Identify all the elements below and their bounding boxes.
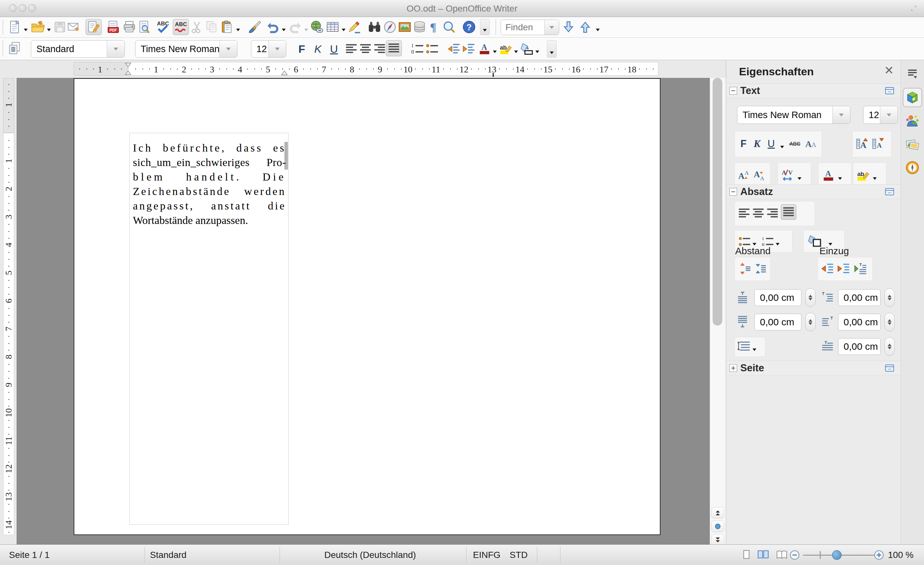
chevron-down-icon[interactable] [832,106,850,124]
view-multi-page-icon[interactable] [757,549,770,563]
paste-button[interactable] [219,19,235,35]
bullet-list-dropdown[interactable] [753,243,756,247]
find-toolbar-drag-handle[interactable] [495,19,498,34]
align-justify-button[interactable] [386,40,402,56]
underline-button[interactable]: U [326,41,342,57]
highlight-button[interactable]: ab [855,168,871,183]
bullet-list-button[interactable] [424,41,441,57]
chevron-down-icon[interactable] [544,20,559,35]
indent-before-stepper[interactable] [884,288,895,307]
open-button[interactable] [30,19,46,35]
find-previous-button[interactable] [577,19,593,35]
zoom-in-icon[interactable] [873,549,885,562]
italic-button[interactable]: K [749,136,765,151]
chevron-down-icon[interactable] [107,40,124,57]
insert-table-dropdown[interactable] [342,28,345,33]
grow-font-button[interactable]: A [855,136,870,151]
indent-after-field[interactable]: 0,00 cm [838,314,880,330]
export-pdf-button[interactable]: PDF [105,19,121,35]
font-color-button[interactable]: A [477,41,493,57]
tab-styles[interactable] [903,112,922,131]
gallery-button[interactable] [397,19,413,35]
find-toolbar-overflow[interactable] [596,28,600,33]
close-icon[interactable]: ✕ [882,64,896,77]
italic-button[interactable]: K [310,41,326,57]
document-page[interactable]: Ich befürchte, dass essich_um_ein_schwie… [74,78,660,535]
first-line-indent-stepper[interactable] [884,337,895,356]
highlight-button[interactable]: ab [498,41,514,57]
font-size-combo[interactable]: 12 [251,40,286,58]
zoom-level[interactable]: 100 % [888,550,914,560]
collapse-icon[interactable] [729,188,737,196]
email-document-button[interactable] [66,19,82,35]
indent-button[interactable] [461,41,477,57]
font-color-button[interactable]: A [821,168,836,183]
strikethrough-button[interactable]: ABC [787,136,803,151]
align-justify-button[interactable] [781,204,796,220]
open-dropdown[interactable] [47,28,51,33]
zoom-slider-thumb[interactable] [832,550,842,560]
align-left-button[interactable] [343,41,359,57]
scrollbar-thumb[interactable] [712,78,722,325]
indent-after-stepper[interactable] [884,313,895,331]
character-spacing-dropdown[interactable] [798,177,801,182]
tab-gallery[interactable] [903,135,922,154]
align-center-button[interactable] [751,205,766,221]
font-color-dropdown[interactable] [838,177,842,182]
new-document-dropdown[interactable] [24,28,28,33]
spacing-above-field[interactable]: 0,00 cm [754,289,801,306]
data-sources-button[interactable] [411,19,428,35]
subscript-button[interactable]: AA [752,168,767,183]
character-spacing-button[interactable]: AV [780,168,796,183]
align-right-button[interactable] [765,205,780,221]
decrease-spacing-button[interactable] [753,261,768,276]
vertical-ruler[interactable]: 11234567891011121314 [0,78,17,544]
spacing-below-stepper[interactable] [805,313,816,331]
bold-button[interactable]: F [736,136,751,151]
dialog-launcher-icon[interactable] [884,85,897,96]
sidebar-font-name-combo[interactable]: Times New Roman [737,106,850,124]
tab-properties[interactable] [903,88,922,107]
chevron-down-icon[interactable] [219,40,237,57]
undo-dropdown[interactable] [282,28,286,33]
outdent-button[interactable] [446,41,462,57]
numbered-list-button[interactable]: III [410,41,426,57]
section-header-paragraph[interactable]: Absatz [726,184,900,199]
area-fill-dropdown[interactable] [828,243,832,247]
numbered-list-button[interactable]: III [760,234,776,249]
hanging-indent-button[interactable] [853,261,868,276]
auto-spellcheck-button[interactable]: ABC [173,19,189,35]
tab-navigator[interactable] [903,158,922,177]
find-next-button[interactable] [561,19,576,35]
undo-button[interactable] [265,19,281,35]
page-count[interactable]: Seite 1 / 1 [9,550,50,560]
insert-mode[interactable]: EINFG [473,550,501,560]
dialog-launcher-icon[interactable] [884,363,897,373]
font-color-dropdown[interactable] [493,51,497,55]
view-single-page-icon[interactable] [740,549,753,563]
highlight-dropdown[interactable] [514,51,518,55]
zoom-button[interactable] [441,19,457,35]
bold-button[interactable]: F [294,41,310,57]
bg-color-button[interactable] [519,41,535,57]
font-name-combo[interactable]: Times New Roman [135,40,237,58]
align-center-button[interactable] [357,41,374,57]
view-book-icon[interactable] [776,549,788,563]
line-spacing-dropdown[interactable] [753,348,756,353]
area-fill-button[interactable] [807,233,823,249]
page-preview-button[interactable] [136,19,152,35]
indent-before-field[interactable]: 0,00 cm [838,289,880,306]
print-button[interactable] [121,19,137,35]
insert-table-button[interactable] [325,19,341,35]
help-button[interactable]: ? [461,19,477,35]
sidebar-font-size-combo[interactable]: 12 [863,106,898,124]
sidebar-menu-button[interactable] [903,64,922,83]
increase-indent-button[interactable] [820,261,836,276]
spacing-above-stepper[interactable] [805,288,816,307]
document-text[interactable]: Ich befürchte, dass essich_um_ein_schwie… [133,141,286,228]
toolbar-overflow-button[interactable] [480,19,490,35]
paragraph-style-combo[interactable]: Standard [31,40,125,58]
find-replace-button[interactable] [366,19,382,35]
shrink-font-button[interactable]: A [871,136,886,151]
horizontal-ruler[interactable]: 1123456789101112131415161718 [0,60,726,78]
